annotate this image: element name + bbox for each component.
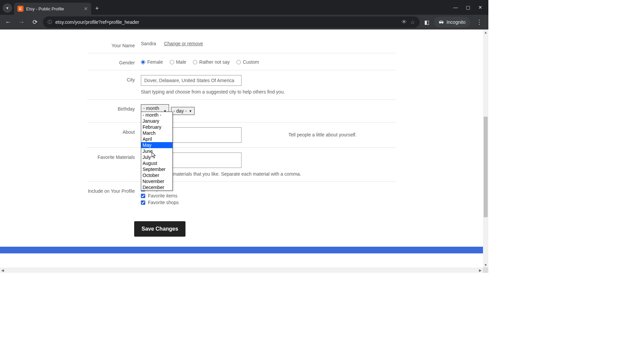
label-about: About: [87, 127, 141, 135]
month-option[interactable]: April: [141, 136, 172, 142]
check-fav-shops-input[interactable]: [141, 200, 145, 205]
radio-custom-input[interactable]: [236, 60, 241, 64]
city-input[interactable]: [141, 75, 241, 86]
label-name: Your Name: [87, 41, 141, 48]
check-fav-items-input[interactable]: [141, 194, 145, 198]
scroll-left-icon[interactable]: ◀: [0, 267, 5, 273]
reload-button[interactable]: ⟳: [30, 17, 40, 27]
forward-button[interactable]: →: [16, 17, 27, 27]
month-option[interactable]: September: [141, 166, 172, 172]
row-materials: Favorite Materials Share up to 13 materi…: [87, 147, 396, 181]
radio-male-label: Male: [176, 59, 186, 65]
day-select-value: - day -: [173, 108, 187, 114]
label-gender: Gender: [87, 58, 141, 65]
month-option[interactable]: October: [141, 172, 172, 178]
side-panel-icon[interactable]: ◧: [422, 19, 431, 25]
label-city: City: [87, 75, 141, 82]
label-birthday: Birthday: [87, 104, 141, 112]
label-materials: Favorite Materials: [87, 153, 141, 160]
month-option[interactable]: - month -: [141, 112, 172, 118]
month-option[interactable]: July: [141, 154, 172, 160]
footer-band: [0, 247, 483, 253]
month-option[interactable]: June: [141, 148, 172, 154]
month-option[interactable]: November: [141, 178, 172, 184]
row-city: City Start typing and choose from a sugg…: [87, 70, 396, 99]
row-about: About Tell people a little about yoursel…: [87, 122, 396, 147]
scroll-up-icon[interactable]: ▲: [483, 29, 488, 35]
radio-custom-label: Custom: [243, 59, 259, 65]
horizontal-scrollbar[interactable]: ◀ ▶: [0, 267, 483, 273]
materials-hint: Share up to 13 materials that you like. …: [141, 171, 396, 177]
label-include: Include on Your Profile: [87, 186, 141, 194]
scroll-corner: [483, 267, 488, 273]
month-option[interactable]: May: [141, 142, 172, 148]
radio-custom[interactable]: Custom: [236, 59, 259, 65]
scroll-right-icon[interactable]: ▶: [478, 267, 483, 273]
vertical-scrollbar[interactable]: ▲ ▼: [483, 29, 488, 267]
check-shop[interactable]: Shop: [141, 186, 396, 192]
close-window-icon[interactable]: ✕: [478, 5, 482, 10]
month-option[interactable]: August: [141, 160, 172, 166]
month-option[interactable]: December: [141, 184, 172, 190]
incognito-badge[interactable]: 🕶 Incognito: [434, 17, 470, 27]
row-include: Include on Your Profile Shop Favorite it…: [87, 181, 396, 211]
radio-female-label: Female: [147, 59, 163, 65]
month-dropdown[interactable]: - month -JanuaryFebruaryMarchAprilMayJun…: [141, 112, 173, 191]
check-fav-items-label: Favorite items: [148, 193, 177, 198]
tab-strip: ▾ E Etsy - Public Profile ✕ + ― ▢ ✕: [0, 0, 488, 15]
radio-male[interactable]: Male: [170, 59, 186, 65]
profile-form: Your Name Sandra Change or remove Gender…: [74, 29, 409, 243]
radio-female[interactable]: Female: [141, 59, 163, 65]
chevron-down-icon: ▼: [189, 109, 192, 113]
tab-search-button[interactable]: ▾: [3, 3, 12, 13]
browser-menu-icon[interactable]: ⋮: [473, 18, 486, 26]
row-birthday: Birthday - month - ▼ - day - ▼: [87, 99, 396, 122]
radio-rather-input[interactable]: [193, 60, 197, 64]
tab-title: Etsy - Public Profile: [26, 6, 64, 11]
radio-rather-label: Rather not say: [199, 59, 230, 65]
close-tab-icon[interactable]: ✕: [84, 6, 88, 11]
incognito-icon: 🕶: [439, 19, 444, 25]
browser-tab[interactable]: E Etsy - Public Profile ✕: [14, 3, 91, 15]
name-value: Sandra: [141, 41, 156, 46]
check-fav-shops[interactable]: Favorite shops: [141, 200, 396, 205]
city-hint: Start typing and choose from a suggested…: [141, 89, 396, 95]
radio-female-input[interactable]: [141, 60, 145, 64]
check-fav-shops-label: Favorite shops: [148, 200, 179, 205]
scroll-down-icon[interactable]: ▼: [483, 262, 488, 267]
radio-rather-not-say[interactable]: Rather not say: [193, 59, 230, 65]
incognito-label: Incognito: [446, 19, 466, 25]
month-option[interactable]: March: [141, 130, 172, 136]
bookmark-icon[interactable]: ☆: [410, 19, 415, 25]
maximize-icon[interactable]: ▢: [466, 5, 470, 10]
address-bar[interactable]: ⓘ etsy.com/your/profile?ref=profile_head…: [43, 16, 420, 28]
change-name-link[interactable]: Change or remove: [164, 41, 203, 46]
month-option[interactable]: February: [141, 124, 172, 130]
save-button[interactable]: Save Changes: [134, 221, 185, 237]
radio-male-input[interactable]: [170, 60, 174, 64]
day-select[interactable]: - day - ▼: [171, 107, 195, 115]
back-button[interactable]: ←: [3, 17, 13, 27]
new-tab-button[interactable]: +: [91, 5, 103, 15]
month-option[interactable]: January: [141, 118, 172, 124]
row-name: Your Name Sandra Change or remove: [87, 36, 396, 53]
etsy-favicon: E: [17, 6, 23, 12]
eye-off-icon[interactable]: 👁: [401, 19, 407, 25]
check-fav-items[interactable]: Favorite items: [141, 193, 396, 198]
site-info-icon[interactable]: ⓘ: [48, 19, 52, 25]
toolbar: ← → ⟳ ⓘ etsy.com/your/profile?ref=profil…: [0, 15, 488, 29]
minimize-icon[interactable]: ―: [453, 5, 458, 10]
scrollbar-thumb[interactable]: [484, 117, 488, 217]
about-hint: Tell people a little about yourself.: [288, 132, 357, 137]
url-text: etsy.com/your/profile?ref=profile_header: [55, 19, 398, 25]
row-gender: Gender Female Male Rather not say Custom: [87, 53, 396, 70]
